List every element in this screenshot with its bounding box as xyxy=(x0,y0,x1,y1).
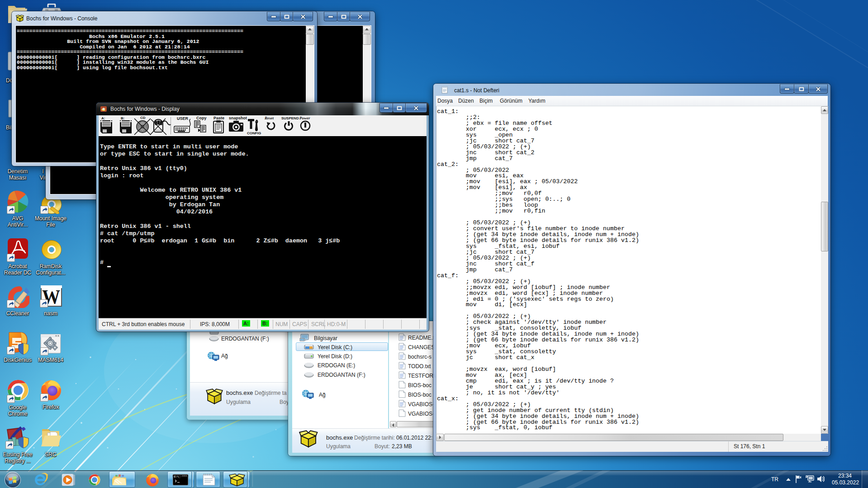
svg-text:CD: CD xyxy=(140,116,146,120)
svg-text:Reset: Reset xyxy=(264,116,274,120)
svg-text:SUSPEND: SUSPEND xyxy=(281,116,299,120)
svg-text:USER: USER xyxy=(177,116,189,121)
svg-text:snapshot: snapshot xyxy=(229,116,247,120)
svg-text:Copy: Copy xyxy=(196,116,207,120)
svg-text:A:: A: xyxy=(101,116,105,120)
svg-text:Paste: Paste xyxy=(213,116,224,120)
svg-text:CONFIG: CONFIG xyxy=(247,131,261,135)
svg-text:B:: B: xyxy=(121,116,124,120)
svg-text:C:\_: C:\_ xyxy=(174,475,181,479)
svg-text:Power: Power xyxy=(299,116,310,120)
